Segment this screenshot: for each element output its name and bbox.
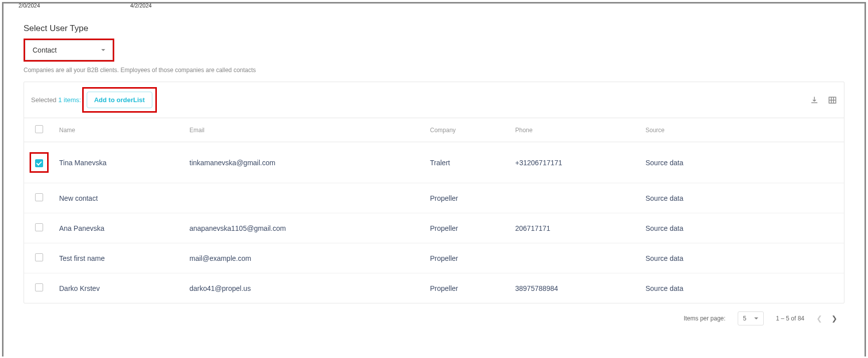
prev-page-button[interactable]: ❮ xyxy=(816,314,822,322)
cell-name: Tina Manevska xyxy=(54,142,184,183)
cell-source: Source data xyxy=(640,213,844,243)
cell-email: mail@example.com xyxy=(184,243,425,273)
user-type-value: Contact xyxy=(33,46,57,54)
cell-company: Propeller xyxy=(425,243,510,273)
cell-name: Test first name xyxy=(54,243,184,273)
table-row[interactable]: Ana Panevska anapanevska1105@gmail.com P… xyxy=(24,213,844,243)
col-company[interactable]: Company xyxy=(425,118,510,142)
row-checkbox[interactable] xyxy=(35,253,43,261)
cell-phone xyxy=(510,243,640,273)
row-checkbox[interactable] xyxy=(35,193,43,201)
page-range: 1 – 5 of 84 xyxy=(776,315,804,322)
cell-phone: 38975788984 xyxy=(510,273,640,303)
cell-source: Source data xyxy=(640,183,844,213)
user-type-select[interactable]: Contact xyxy=(25,40,113,60)
header-date-2: 4/2/2024 xyxy=(130,3,152,9)
add-to-orderlist-button[interactable]: Add to orderList xyxy=(87,92,152,108)
items-per-page-value: 5 xyxy=(743,315,747,322)
cell-source: Source data xyxy=(640,273,844,303)
helper-text: Companies are all your B2B clients. Empl… xyxy=(24,67,844,74)
selected-count: 1 items: xyxy=(58,96,81,104)
cell-company: Propeller xyxy=(425,183,510,213)
section-title: Select User Type xyxy=(24,24,844,34)
cell-phone xyxy=(510,183,640,213)
table-card: Selected 1 items: Add to orderList xyxy=(24,82,844,303)
col-name[interactable]: Name xyxy=(54,118,184,142)
table-row[interactable]: New contact Propeller Source data xyxy=(24,183,844,213)
cell-phone: 206717171 xyxy=(510,213,640,243)
table-toolbar: Selected 1 items: Add to orderList xyxy=(24,82,844,118)
table-row[interactable]: Darko Krstev darko41@propel.us Propeller… xyxy=(24,273,844,303)
cell-source: Source data xyxy=(640,142,844,183)
col-email[interactable]: Email xyxy=(184,118,425,142)
cell-company: Tralert xyxy=(425,142,510,183)
items-per-page-select[interactable]: 5 xyxy=(738,311,764,325)
cell-name: Darko Krstev xyxy=(54,273,184,303)
items-per-page-label: Items per page: xyxy=(684,315,725,322)
cell-name: Ana Panevska xyxy=(54,213,184,243)
chevron-down-icon xyxy=(754,317,758,319)
paginator: Items per page: 5 1 – 5 of 84 ❮ ❯ xyxy=(24,303,844,325)
header-date-1: 2/0/2024 xyxy=(19,3,40,9)
cell-company: Propeller xyxy=(425,213,510,243)
select-all-checkbox[interactable] xyxy=(35,125,43,133)
chevron-down-icon xyxy=(101,49,105,51)
row-checkbox-highlight xyxy=(30,152,49,173)
user-type-select-highlight: Contact xyxy=(24,39,114,62)
columns-icon[interactable] xyxy=(828,96,837,105)
download-icon[interactable] xyxy=(810,96,819,105)
cell-name: New contact xyxy=(54,183,184,213)
table-row[interactable]: Tina Manevska tinkamanevska@gmail.com Tr… xyxy=(24,142,844,183)
contacts-table: Name Email Company Phone Source xyxy=(24,118,844,303)
cell-company: Propeller xyxy=(425,273,510,303)
row-checkbox[interactable] xyxy=(35,159,43,167)
cell-email: tinkamanevska@gmail.com xyxy=(184,142,425,183)
row-checkbox[interactable] xyxy=(35,283,43,291)
cell-phone: +31206717171 xyxy=(510,142,640,183)
table-row[interactable]: Test first name mail@example.com Propell… xyxy=(24,243,844,273)
cell-source: Source data xyxy=(640,243,844,273)
cell-email: darko41@propel.us xyxy=(184,273,425,303)
add-button-highlight: Add to orderList xyxy=(82,87,157,113)
selected-label: Selected 1 items: xyxy=(31,96,81,104)
cell-email xyxy=(184,183,425,213)
next-page-button[interactable]: ❯ xyxy=(831,314,837,322)
col-source[interactable]: Source xyxy=(640,118,844,142)
row-checkbox[interactable] xyxy=(35,223,43,231)
cell-email: anapanevska1105@gmail.com xyxy=(184,213,425,243)
col-phone[interactable]: Phone xyxy=(510,118,640,142)
